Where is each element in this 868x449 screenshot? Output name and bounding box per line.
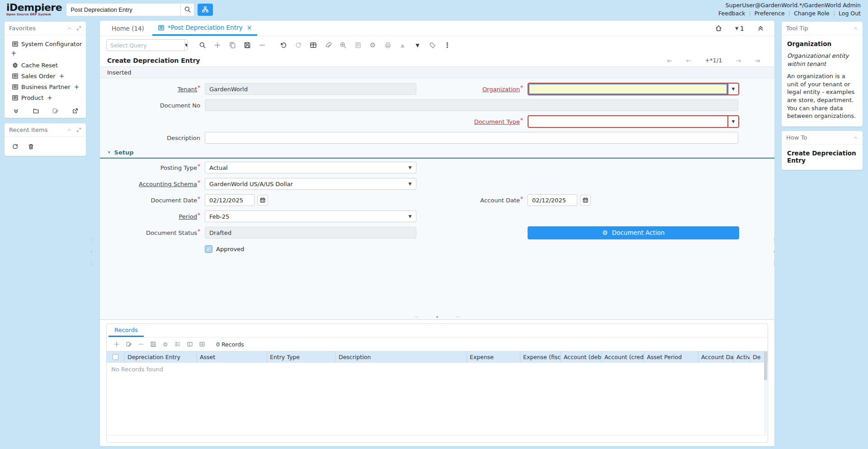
approved-checkbox[interactable]: ✓	[205, 245, 212, 253]
favorite-add-window-button[interactable]: +	[5, 49, 85, 60]
caret-down-icon[interactable]: ▼	[727, 116, 738, 127]
document-type-field[interactable]: ▼	[528, 115, 739, 128]
next-record-icon[interactable]: →	[736, 57, 741, 64]
column-header[interactable]: Account (credit)	[602, 351, 644, 363]
column-header[interactable]: Depreciation Entry	[125, 351, 197, 363]
collapse-right-icon[interactable]: ›	[773, 248, 775, 254]
collapse-panel-icon[interactable]	[67, 127, 72, 132]
expand-panel-icon[interactable]	[76, 127, 81, 132]
document-date-calendar-button[interactable]	[257, 195, 268, 206]
select-query-input[interactable]	[107, 42, 184, 49]
trash-icon[interactable]	[28, 143, 34, 150]
tab-post-depreciation-entry[interactable]: *Post Depreciation Entry ×	[152, 21, 257, 36]
account-date-field[interactable]: 02/12/2025	[528, 194, 577, 206]
records-columns-button[interactable]	[184, 338, 196, 350]
period-dropdown[interactable]: Feb-25 ▼	[205, 210, 416, 222]
collapse-panel-icon[interactable]	[67, 26, 72, 31]
menu-tree-button[interactable]	[198, 4, 213, 16]
left-splitter-grip[interactable]: ⋮ ‹ ⋮	[89, 237, 94, 266]
caret-down-icon[interactable]: ▼	[184, 40, 188, 51]
caret-down-icon[interactable]: ▼	[404, 178, 416, 189]
collapse-left-icon[interactable]: ‹	[90, 248, 92, 254]
favorite-item-system-configurator[interactable]: System Configurator	[5, 39, 85, 49]
last-record-icon[interactable]: ⇥	[755, 57, 760, 64]
records-grid-view-button[interactable]	[196, 338, 208, 350]
description-field[interactable]	[205, 132, 738, 144]
favorite-item-product[interactable]: Product +	[5, 92, 85, 103]
select-all-checkbox[interactable]	[107, 351, 125, 363]
refresh-icon[interactable]	[12, 143, 19, 150]
favorite-item-business-partner[interactable]: Business Partner +	[5, 81, 85, 92]
attachment-button[interactable]	[321, 38, 335, 52]
collapse-panel-icon[interactable]	[853, 135, 858, 140]
previous-record-icon[interactable]: ←	[686, 57, 691, 64]
favorite-item-cache-reset[interactable]: Cache Reset	[5, 60, 85, 70]
period-label[interactable]: Period	[179, 213, 197, 220]
posting-type-dropdown[interactable]: Actual ▼	[205, 162, 416, 173]
copy-record-button[interactable]	[225, 38, 240, 52]
favorite-item-sales-order[interactable]: Sales Order +	[5, 70, 85, 81]
caret-down-icon[interactable]: ▼	[404, 162, 416, 173]
column-header[interactable]: Entry Type	[267, 351, 336, 363]
setup-section-header[interactable]: ▾ Setup	[100, 147, 774, 159]
preference-link[interactable]: Preference	[755, 9, 785, 18]
records-quick-entry-button[interactable]	[171, 338, 184, 350]
chevron-double-up-icon[interactable]	[757, 24, 764, 32]
caret-down-icon[interactable]: ▼	[727, 84, 738, 94]
collapse-panel-icon[interactable]	[853, 26, 858, 31]
zoom-across-button[interactable]	[335, 38, 350, 52]
column-header[interactable]: Account Date	[698, 351, 734, 363]
favorite-add-window-button[interactable]: +	[74, 83, 80, 90]
how-to-link[interactable]: Create Depreciation Entry	[787, 150, 856, 164]
log-out-link[interactable]: Log Out	[839, 9, 861, 18]
document-date-field[interactable]: 02/12/2025	[205, 194, 255, 206]
collapse-all-icon[interactable]	[13, 108, 19, 114]
new-record-button[interactable]	[210, 38, 225, 52]
records-save-button[interactable]	[147, 338, 159, 350]
share-icon[interactable]	[72, 108, 79, 114]
records-process-button[interactable]: ⚙	[159, 338, 171, 350]
records-scrollbar[interactable]	[764, 351, 767, 435]
parent-record-button[interactable]: ▲	[395, 38, 410, 52]
expand-panel-icon[interactable]	[76, 26, 81, 31]
horizontal-splitter[interactable]: ⋯ ▾ ⋯	[100, 314, 774, 320]
organization-field[interactable]: ▼	[528, 83, 739, 95]
accounting-schema-dropdown[interactable]: GardenWorld US/A/US Dollar ▼	[205, 178, 416, 190]
favorite-add-window-button[interactable]: +	[59, 72, 65, 80]
column-header[interactable]: Account (debit)	[561, 351, 602, 363]
organization-label[interactable]: Organization	[482, 86, 520, 93]
find-record-button[interactable]	[195, 38, 210, 52]
document-type-label[interactable]: Document Type	[474, 118, 520, 125]
more-options-button[interactable]: ⋮	[440, 38, 455, 52]
column-header[interactable]: Asset	[197, 351, 267, 363]
document-action-button[interactable]: ⚙ Document Action	[528, 226, 739, 239]
delete-record-button[interactable]	[255, 38, 269, 52]
tenant-label[interactable]: Tenant	[178, 86, 197, 93]
organization-value[interactable]	[528, 84, 727, 94]
document-type-value[interactable]	[528, 116, 727, 127]
records-edit-button[interactable]	[123, 338, 135, 350]
column-header[interactable]: Expense (fiscal)	[520, 351, 561, 363]
print-button[interactable]	[380, 38, 395, 52]
edit-note-icon[interactable]	[52, 108, 59, 114]
refresh-button[interactable]	[291, 38, 306, 52]
splitter-collapse-icon[interactable]: ▾	[436, 315, 438, 319]
column-header[interactable]: Expense	[467, 351, 520, 363]
window-count-dropdown[interactable]: ▼ 1	[735, 25, 744, 32]
feedback-link[interactable]: Feedback	[718, 9, 745, 18]
folder-icon[interactable]	[33, 108, 39, 114]
label-button[interactable]	[425, 38, 440, 52]
report-button[interactable]	[350, 38, 365, 52]
records-new-button[interactable]	[110, 338, 123, 350]
grid-toggle-button[interactable]	[306, 38, 321, 52]
accounting-schema-label[interactable]: Accounting Schema	[139, 181, 197, 187]
tab-records[interactable]: Records	[108, 324, 144, 337]
column-header[interactable]: Active	[734, 351, 750, 363]
global-search-input[interactable]	[66, 4, 180, 16]
records-delete-button[interactable]	[135, 338, 147, 350]
home-icon[interactable]	[715, 24, 722, 32]
column-header[interactable]: Description	[336, 351, 467, 363]
select-query-combobox[interactable]: ▼	[106, 39, 188, 51]
right-splitter-grip[interactable]: ⋮ › ⋮	[772, 237, 777, 266]
first-record-icon[interactable]: ⇤	[667, 57, 673, 64]
